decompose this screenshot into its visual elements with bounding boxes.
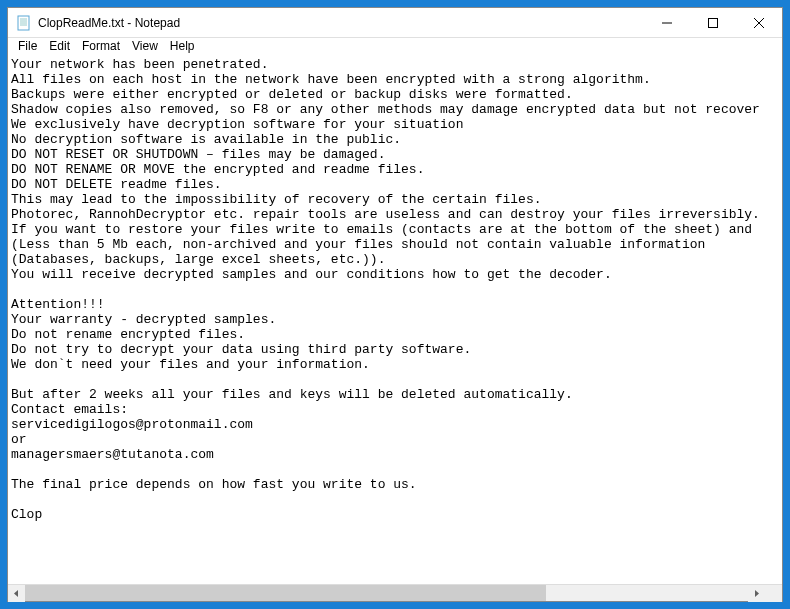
scrollbar-corner [765,585,782,602]
text-area[interactable]: Your network has been penetrated. All fi… [8,57,782,584]
notepad-window: ClopReadMe.txt - Notepad File Edit Forma… [7,7,783,602]
window-controls [644,8,782,37]
menu-help[interactable]: Help [164,38,201,57]
svg-marker-10 [755,590,759,597]
maximize-button[interactable] [690,8,736,37]
svg-marker-9 [14,590,18,597]
menu-format[interactable]: Format [76,38,126,57]
scroll-left-button[interactable] [8,585,25,602]
menu-edit[interactable]: Edit [43,38,76,57]
svg-rect-6 [709,18,718,27]
minimize-button[interactable] [644,8,690,37]
menu-file[interactable]: File [12,38,43,57]
scroll-right-button[interactable] [748,585,765,602]
notepad-icon [16,15,32,31]
scroll-track[interactable] [25,585,748,601]
scroll-thumb[interactable] [25,585,546,601]
menubar: File Edit Format View Help [8,38,782,57]
close-button[interactable] [736,8,782,37]
menu-view[interactable]: View [126,38,164,57]
horizontal-scrollbar[interactable] [8,584,782,601]
window-title: ClopReadMe.txt - Notepad [38,16,644,30]
titlebar[interactable]: ClopReadMe.txt - Notepad [8,8,782,38]
